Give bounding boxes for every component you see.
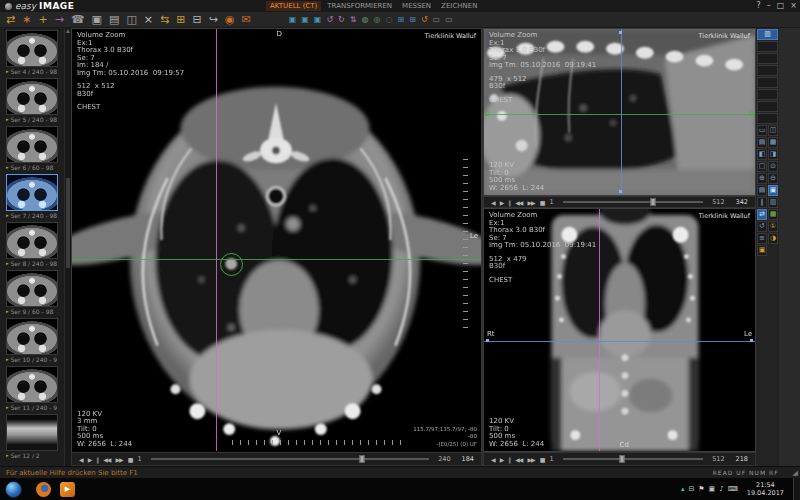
firefox-icon[interactable] xyxy=(36,482,51,497)
layout-option-7-button[interactable] xyxy=(757,113,778,124)
stop-button[interactable]: ■ xyxy=(540,456,545,463)
pause-button[interactable]: ‖ xyxy=(96,456,98,463)
misc-a-icon[interactable]: ▭ xyxy=(433,14,441,26)
layout-option-5-button[interactable] xyxy=(757,89,778,100)
last-frame-button[interactable]: ▶▶ xyxy=(115,456,122,463)
delete-icon[interactable]: × xyxy=(144,13,153,27)
coronal-view-pane[interactable]: Volume ZoomEx:1Thorax 3.0 B30fSe: 7Img T… xyxy=(483,208,756,452)
rotate-left-icon[interactable]: ↺ xyxy=(326,14,333,26)
crosshair-handle-bottom[interactable] xyxy=(619,190,622,193)
taskbar-clock[interactable]: 21:54 19.04.2017 xyxy=(747,481,784,497)
last-frame-button[interactable]: ▶▶ xyxy=(527,199,534,206)
sync-views-button[interactable]: ⇄ xyxy=(757,209,767,220)
axial-crosshair-vertical[interactable] xyxy=(216,29,217,451)
thumbnail-series-3[interactable]: ▸Ser 6 / 60 - 98 xyxy=(6,126,58,171)
add-image-icon[interactable]: + xyxy=(38,13,47,27)
series-layout-button[interactable]: ▤ xyxy=(757,137,767,148)
pause-stack-button[interactable]: ‖ xyxy=(757,197,767,208)
view-mode-1-icon[interactable]: ▣ xyxy=(289,14,297,26)
window-icon[interactable]: ▣ xyxy=(709,484,716,494)
maximize-button[interactable]: □ xyxy=(777,1,785,11)
save-icon[interactable]: ◫ xyxy=(126,13,136,27)
thumbnail-series-5[interactable]: ▸Ser 8 / 240 - 98 xyxy=(6,222,58,267)
window-preset-2-icon[interactable]: ◎ xyxy=(374,14,381,26)
menu-zeichnen[interactable]: ZEICHNEN xyxy=(437,1,481,11)
show-desktop-button[interactable] xyxy=(793,478,800,500)
rotate-tool-button[interactable]: ↺ xyxy=(757,221,767,232)
stop-button[interactable]: ■ xyxy=(128,456,133,463)
window-preset-1-icon[interactable]: ◍ xyxy=(362,14,369,26)
help-button[interactable]: ? xyxy=(756,1,760,11)
volume-icon[interactable]: ♪ xyxy=(719,484,723,494)
thumbnail-series-1[interactable]: ▸Ser 4 / 240 - 98 xyxy=(6,30,58,75)
rotate-right-icon[interactable]: ↻ xyxy=(338,14,345,26)
info-overlay-button[interactable]: ① xyxy=(768,221,778,232)
media-player-icon[interactable]: ▶ xyxy=(60,482,75,497)
pause-button[interactable]: ‖ xyxy=(508,199,510,206)
list-view-button[interactable]: ▤ xyxy=(757,185,767,196)
layout-option-2-button[interactable] xyxy=(757,53,778,64)
coronal-crosshair-horizontal[interactable] xyxy=(484,341,755,342)
menu-aktuell-ct[interactable]: AKTUELL (CT) xyxy=(266,1,321,11)
menu-messen[interactable]: MESSEN xyxy=(398,1,435,11)
printer-icon[interactable]: ⊟ xyxy=(688,484,694,494)
menu-transformieren[interactable]: TRANSFORMIEREN xyxy=(323,1,396,11)
monitor-1-button[interactable]: ▭ xyxy=(757,125,767,136)
layout-grid-b-icon[interactable]: ⊞ xyxy=(409,14,416,26)
layout-option-6-button[interactable] xyxy=(757,101,778,112)
pause-button[interactable]: ‖ xyxy=(508,456,510,463)
monitor-2-button[interactable]: ◫ xyxy=(768,125,778,136)
sagittal-crosshair-horizontal[interactable] xyxy=(484,114,755,115)
export-image-button[interactable]: ▣ xyxy=(757,245,767,256)
frame-slider[interactable] xyxy=(151,458,430,460)
columns-view-button[interactable]: ▥ xyxy=(768,197,778,208)
select-area-button[interactable]: □ xyxy=(757,161,767,172)
view-mode-2-icon[interactable]: ▣ xyxy=(301,14,309,26)
first-frame-button[interactable]: ◀◀ xyxy=(515,456,522,463)
print-icon[interactable]: ⊟ xyxy=(192,13,201,27)
last-frame-button[interactable]: ▶▶ xyxy=(527,456,534,463)
frame-slider-handle[interactable] xyxy=(650,198,655,206)
axial-view-pane[interactable]: Volume ZoomEx:1Thorax 3.0 B30fSe: 7Im: 1… xyxy=(71,28,482,466)
first-frame-button[interactable]: ◀◀ xyxy=(103,456,110,463)
crosshair-handle-top[interactable] xyxy=(619,31,622,34)
export-report-icon[interactable]: → xyxy=(55,13,64,27)
magnify-button[interactable]: ⊙ xyxy=(768,161,778,172)
zoom-in-button[interactable]: ⊕ xyxy=(757,173,767,184)
step-back-button[interactable]: ◀ xyxy=(491,199,495,206)
play-button[interactable]: ▶ xyxy=(500,456,504,463)
support-icon[interactable]: ☎ xyxy=(71,13,85,27)
logout-icon[interactable]: ↪ xyxy=(209,13,218,27)
crosshair-handle-right[interactable] xyxy=(749,111,754,116)
paste-icon[interactable]: ▤ xyxy=(109,13,119,27)
axial-ct-image[interactable]: Volume ZoomEx:1Thorax 3.0 B30fSe: 7Im: 1… xyxy=(72,29,481,451)
thumbnail-series-2[interactable]: ▸Ser 5 / 240 - 98 xyxy=(6,78,58,123)
view-mode-3-icon[interactable]: ▣ xyxy=(314,14,322,26)
add-series-icon[interactable]: ⊞ xyxy=(176,13,185,27)
frame-slider-handle[interactable] xyxy=(619,455,624,463)
step-back-button[interactable]: ◀ xyxy=(491,456,495,463)
step-back-button[interactable]: ◀ xyxy=(79,456,83,463)
prev-image-button[interactable]: ◧ xyxy=(757,149,767,160)
roi-circle[interactable] xyxy=(220,253,243,276)
play-button[interactable]: ▶ xyxy=(500,199,504,206)
sagittal-crosshair-vertical[interactable] xyxy=(621,29,622,195)
close-button[interactable]: × xyxy=(790,1,797,11)
thumbnail-series-7[interactable]: ▸Ser 10 / 240 - 9 xyxy=(6,318,58,363)
window-preset-3-icon[interactable]: ◌ xyxy=(385,14,392,26)
thumbnail-series-6[interactable]: ▸Ser 9 / 60 - 98 xyxy=(6,270,58,315)
play-button[interactable]: ▶ xyxy=(88,456,92,463)
frame-slider[interactable] xyxy=(563,458,704,460)
thumbnail-series-9[interactable]: ▸Ser 12 / 2 xyxy=(6,414,58,459)
layout-option-1-button[interactable] xyxy=(757,41,778,52)
flip-vertical-icon[interactable]: ⇅ xyxy=(350,14,357,26)
minimize-button[interactable]: – xyxy=(767,1,771,11)
layout-grid-a-icon[interactable]: ⊞ xyxy=(397,14,404,26)
grid-overlay-button[interactable]: ▦ xyxy=(768,209,778,220)
new-patient-icon[interactable]: ∗ xyxy=(22,13,31,27)
fullscreen-button[interactable]: ▣ xyxy=(768,185,778,196)
thumbnail-series-4[interactable]: ▸Ser 7 / 240 - 98 xyxy=(6,174,58,219)
layout-option-4-button[interactable] xyxy=(757,77,778,88)
axial-crosshair-horizontal[interactable] xyxy=(72,259,481,260)
misc-b-icon[interactable]: ▭ xyxy=(445,14,453,26)
